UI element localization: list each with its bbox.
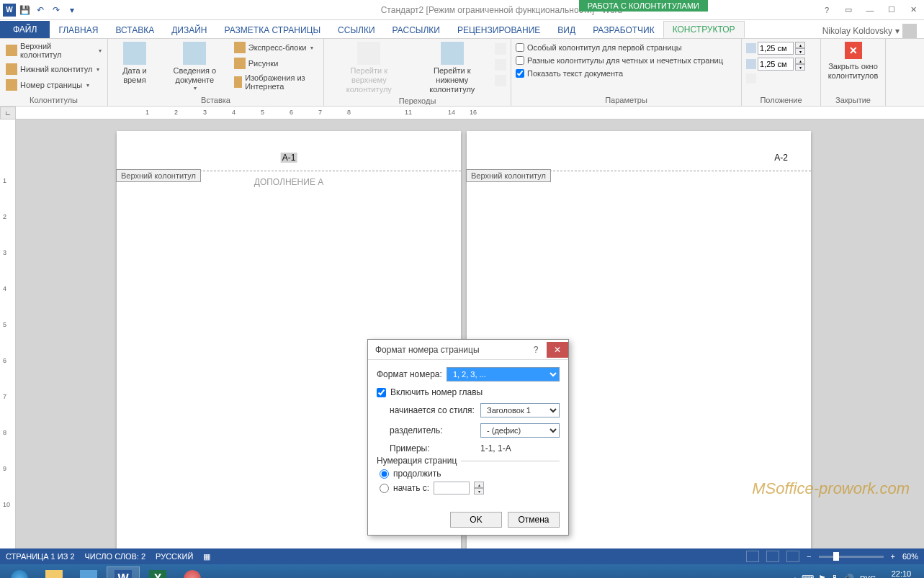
taskbar-snipping[interactable] <box>176 566 209 578</box>
minimize-icon[interactable]: — <box>862 3 878 17</box>
redo-icon[interactable]: ↷ <box>49 3 63 17</box>
insert-alignment-tab-icon[interactable] <box>746 73 756 83</box>
ruler-corner: ∟ <box>0 107 16 119</box>
pictures-button[interactable]: Рисунки <box>233 56 319 71</box>
taskbar-lang[interactable]: РУС <box>860 574 876 579</box>
page-number-button[interactable]: Номер страницы▾ <box>4 78 103 92</box>
chapter-style-select[interactable]: Заголовок 1 <box>480 403 560 417</box>
avatar[interactable] <box>902 24 917 38</box>
footer-button[interactable]: Нижний колонтитул▾ <box>4 62 103 76</box>
user-name[interactable]: Nikolay Koldovsky <box>822 26 892 36</box>
view-read-mode[interactable] <box>746 551 759 562</box>
tray-network-icon[interactable]: 🖧 <box>830 574 839 579</box>
goto-header-icon <box>357 42 380 65</box>
prev-section-icon <box>495 43 506 55</box>
taskbar-ie[interactable] <box>3 566 36 578</box>
include-chapter-checkbox[interactable]: Включить номер главы <box>377 387 560 397</box>
goto-header-button: Перейти к верхнему колонтитулу <box>328 40 410 96</box>
online-pictures-button[interactable]: Изображения из Интернета <box>233 72 319 92</box>
window-title: Стандарт2 [Режим ограниченной функционал… <box>79 5 924 15</box>
examples-label: Примеры: <box>390 443 476 453</box>
watermark: MSoffice-prowork.com <box>752 479 910 498</box>
number-format-select[interactable]: 1, 2, 3, ... <box>447 367 560 381</box>
ok-button[interactable]: OK <box>450 512 502 528</box>
separator-label: разделитель: <box>390 425 476 435</box>
starts-with-style-label: начинается со стиля: <box>390 405 476 415</box>
tray-volume-icon[interactable]: 🔊 <box>843 574 854 579</box>
tray-up-icon[interactable]: ▴ <box>793 574 797 579</box>
examples-value: 1-1, 1-A <box>480 443 511 453</box>
header-from-top-spinner[interactable]: ▴▾ <box>746 42 805 55</box>
tab-references[interactable]: ССЫЛКИ <box>329 22 383 38</box>
view-web-layout[interactable] <box>786 551 799 562</box>
zoom-in-button[interactable]: + <box>891 552 895 561</box>
tab-home[interactable]: ГЛАВНАЯ <box>50 22 107 38</box>
footer-position-icon <box>746 59 756 69</box>
horizontal-ruler[interactable]: 1234 5678 111416 <box>16 107 924 119</box>
taskbar-app[interactable] <box>72 566 105 578</box>
different-first-page-checkbox[interactable]: Особый колонтитул для первой страницы <box>516 42 723 53</box>
tray-keyboard-icon[interactable]: ⌨ <box>802 574 814 579</box>
qat-customize-icon[interactable]: ▾ <box>65 3 79 17</box>
close-hf-icon: ✕ <box>845 42 862 59</box>
page-2-number: A-2 <box>774 153 788 163</box>
taskbar-time[interactable]: 22:10 <box>882 569 921 578</box>
cancel-button[interactable]: Отмена <box>508 512 560 528</box>
page-1-number[interactable]: A-1 <box>281 153 297 163</box>
show-document-text-checkbox[interactable]: Показать текст документа <box>516 68 723 79</box>
start-at-input[interactable] <box>434 482 470 495</box>
vertical-ruler[interactable]: 123 456 78910 <box>0 119 16 548</box>
view-print-layout[interactable] <box>766 551 779 562</box>
start-at-radio[interactable]: начать с: ▴▾ <box>380 482 560 495</box>
tab-review[interactable]: РЕЦЕНЗИРОВАНИЕ <box>449 22 549 38</box>
footer-from-bottom-spinner[interactable]: ▴▾ <box>746 58 805 71</box>
continue-radio[interactable]: продолжить <box>380 469 560 479</box>
group-insert: Вставка <box>112 96 319 106</box>
separator-select[interactable]: - (дефис) <box>480 423 560 438</box>
close-header-footer-button[interactable]: ✕ Закрыть окно колонтитулов <box>824 40 883 82</box>
link-previous-icon <box>495 75 506 86</box>
maximize-icon[interactable]: ☐ <box>884 3 900 17</box>
header-tag-2: Верхний колонтитул <box>466 169 551 182</box>
undo-icon[interactable]: ↶ <box>33 3 48 17</box>
save-icon[interactable]: 💾 <box>17 3 32 17</box>
zoom-slider[interactable] <box>819 556 884 558</box>
dialog-help-button[interactable]: ? <box>525 342 547 358</box>
tab-file[interactable]: ФАЙЛ <box>0 21 50 38</box>
tab-designer[interactable]: КОНСТРУКТОР <box>663 21 745 38</box>
goto-footer-button[interactable]: Перейти к нижнему колонтитулу <box>413 40 492 96</box>
dialog-close-button[interactable]: ✕ <box>547 342 568 358</box>
ribbon-options-icon[interactable]: ▭ <box>840 3 856 17</box>
tab-view[interactable]: ВИД <box>549 22 584 38</box>
taskbar-excel[interactable]: X <box>141 566 174 578</box>
help-icon[interactable]: ? <box>819 3 835 17</box>
different-odd-even-checkbox[interactable]: Разные колонтитулы для четных и нечетных… <box>516 55 723 66</box>
tab-page-layout[interactable]: РАЗМЕТКА СТРАНИЦЫ <box>216 22 330 38</box>
group-close: Закрытие <box>825 96 881 106</box>
taskbar-word[interactable]: W <box>107 566 140 578</box>
status-page[interactable]: СТРАНИЦА 1 ИЗ 2 <box>6 552 75 561</box>
header-button[interactable]: Верхний колонтитул▾ <box>4 40 103 60</box>
zoom-level[interactable]: 60% <box>902 552 918 561</box>
tray-flag-icon[interactable]: ⚑ <box>818 574 826 579</box>
tab-mailings[interactable]: РАССЫЛКИ <box>384 22 449 38</box>
tab-insert[interactable]: ВСТАВКА <box>107 22 163 38</box>
zoom-out-button[interactable]: − <box>807 552 811 561</box>
status-language[interactable]: РУССКИЙ <box>156 552 193 561</box>
tab-design[interactable]: ДИЗАЙН <box>163 22 215 38</box>
status-word-count[interactable]: ЧИСЛО СЛОВ: 2 <box>85 552 146 561</box>
page-number-icon <box>6 79 17 91</box>
taskbar-explorer[interactable] <box>37 566 71 578</box>
status-macros-icon[interactable]: ▦ <box>203 552 210 561</box>
tab-developer[interactable]: РАЗРАБОТЧИК <box>584 22 663 38</box>
page-numbering-legend: Нумерация страниц <box>377 456 461 466</box>
date-time-button[interactable]: Дата и время <box>112 40 157 86</box>
online-picture-icon <box>234 76 242 88</box>
document-info-button[interactable]: Сведения о документе▾ <box>160 40 230 94</box>
calendar-icon <box>123 42 146 65</box>
quick-parts-button[interactable]: Экспресс-блоки▾ <box>233 40 319 55</box>
close-icon[interactable]: ✕ <box>905 3 921 17</box>
dialog-title: Формат номера страницы <box>375 345 480 355</box>
group-headers-footers: Колонтитулы <box>4 96 103 106</box>
user-dropdown-icon[interactable]: ▾ <box>895 26 900 36</box>
